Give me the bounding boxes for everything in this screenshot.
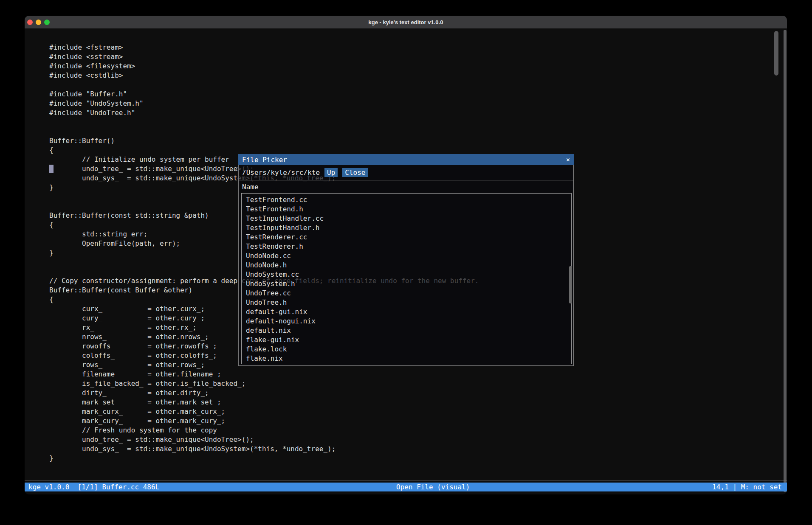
- close-button[interactable]: Close: [342, 168, 368, 177]
- code-line: #include <fstream>: [49, 43, 479, 52]
- file-item[interactable]: default-gui.nix: [242, 307, 571, 317]
- code-line: {: [49, 146, 479, 155]
- code-line: undo_tree_ = std::make_unique<UndoTree>(…: [49, 435, 479, 444]
- editor-scrollbar-thumb[interactable]: [774, 31, 778, 76]
- code-line: mark_curx_ = other.mark_curx_;: [49, 407, 479, 416]
- file-item[interactable]: UndoTree.h: [242, 298, 571, 307]
- file-picker-titlebar[interactable]: File Picker ✕: [238, 154, 574, 165]
- file-item[interactable]: UndoNode.h: [242, 261, 571, 270]
- file-item[interactable]: default.nix: [242, 326, 571, 335]
- file-picker-dialog: File Picker ✕ /Users/kyle/src/kte Up Clo…: [238, 154, 574, 366]
- file-item[interactable]: UndoNode.cc: [242, 251, 571, 261]
- file-item[interactable]: flake.nix: [242, 354, 571, 363]
- file-item[interactable]: TestRenderer.h: [242, 242, 571, 251]
- code-line: }: [49, 454, 479, 463]
- code-line: [49, 127, 479, 136]
- code-line: mark_cury_ = other.mark_cury_;: [49, 416, 479, 426]
- minimize-traffic-light-icon[interactable]: [36, 20, 41, 25]
- file-list[interactable]: TestFrontend.ccTestFrontend.hTestInputHa…: [241, 193, 572, 364]
- name-column-header: Name: [242, 183, 259, 191]
- file-list-scrollbar-thumb[interactable]: [569, 266, 572, 303]
- statusbar-divider: [25, 480, 787, 480]
- code-line: [49, 118, 479, 127]
- code-line: #include "Buffer.h": [49, 90, 479, 99]
- file-item[interactable]: TestInputHandler.h: [242, 223, 571, 233]
- current-path: /Users/kyle/src/kte: [242, 168, 320, 177]
- file-picker-title: File Picker: [242, 156, 287, 164]
- code-line: #include <sstream>: [49, 52, 479, 62]
- code-line: mark_set_ = other.mark_set_;: [49, 398, 479, 407]
- status-bar: kge v1.0.0 [1/1] Buffer.cc 486L Open Fil…: [25, 483, 787, 491]
- window-titlebar[interactable]: kge - kyle's text editor v1.0.0: [25, 16, 787, 28]
- code-line: filename_ = other.filename_;: [49, 370, 479, 379]
- code-line: dirty_ = other.dirty_;: [49, 388, 479, 398]
- code-line: Buffer::Buffer(): [49, 136, 479, 146]
- file-item[interactable]: flake.lock: [242, 345, 571, 354]
- code-line: is_file_backed_ = other.is_file_backed_;: [49, 379, 479, 388]
- code-line: #include <filesystem>: [49, 62, 479, 71]
- file-item[interactable]: UndoSystem.cc: [242, 270, 571, 279]
- file-item[interactable]: UndoTree.cc: [242, 289, 571, 298]
- zoom-traffic-light-icon[interactable]: [44, 20, 50, 25]
- status-cursor-position: 14,1 | M: not set: [712, 483, 782, 491]
- file-item[interactable]: UndoSystem.h: [242, 279, 571, 289]
- file-item[interactable]: TestInputHandler.cc: [242, 214, 571, 223]
- code-line: [49, 80, 479, 90]
- close-traffic-light-icon[interactable]: [27, 20, 33, 25]
- file-item[interactable]: TestFrontend.h: [242, 205, 571, 214]
- code-line: // Fresh undo system for the copy: [49, 426, 479, 435]
- file-list-header: Name: [239, 180, 573, 193]
- code-line: undo_sys_ = std::make_unique<UndoSystem>…: [49, 444, 479, 454]
- file-item[interactable]: flake-gui.nix: [242, 335, 571, 345]
- close-icon[interactable]: ✕: [566, 156, 570, 163]
- status-mode: Open File (visual): [396, 483, 470, 491]
- status-left: kge v1.0.0 [1/1] Buffer.cc 486L: [28, 483, 159, 491]
- file-item[interactable]: TestRenderer.cc: [242, 233, 571, 242]
- code-line: #include "UndoSystem.h": [49, 99, 479, 108]
- window-edge-scroll-rail[interactable]: [784, 30, 787, 492]
- file-picker-path-row: /Users/kyle/src/kte Up Close: [239, 165, 573, 180]
- file-item[interactable]: default-nogui.nix: [242, 317, 571, 326]
- desktop: kge - kyle's text editor v1.0.0 #include…: [0, 0, 812, 525]
- code-line: #include <cstdlib>: [49, 71, 479, 80]
- code-line: [49, 463, 479, 472]
- file-item[interactable]: TestFrontend.cc: [242, 195, 571, 205]
- code-line: #include "UndoTree.h": [49, 108, 479, 118]
- up-button[interactable]: Up: [324, 168, 338, 177]
- window-title: kge - kyle's text editor v1.0.0: [369, 19, 443, 25]
